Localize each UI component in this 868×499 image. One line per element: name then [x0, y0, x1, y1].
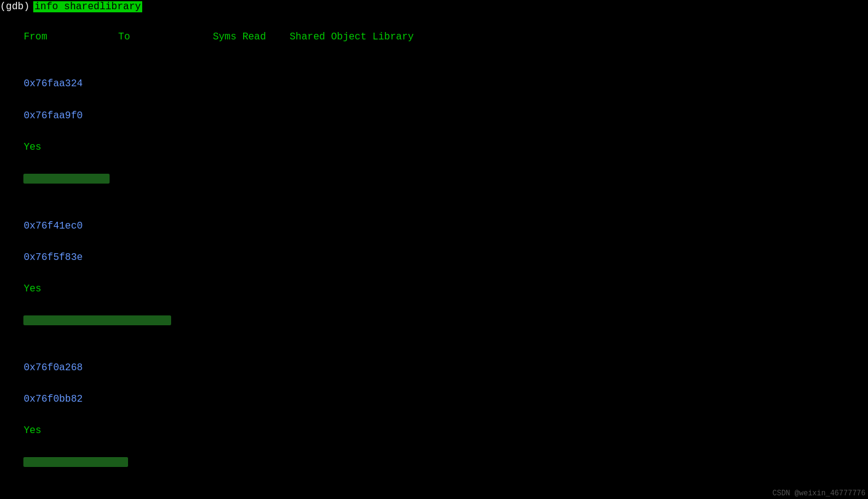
addr-from: 0x76f0a268: [23, 362, 82, 373]
addr-to: 0x76f5f83e: [23, 252, 82, 263]
addr-from: 0x76f41ec0: [23, 221, 82, 232]
syms-read: Yes: [23, 283, 41, 294]
lib-blurred: [23, 315, 171, 325]
command-text: info sharedlibrary: [33, 1, 142, 12]
command-line: (gdb) info sharedlibrary: [0, 0, 868, 14]
prompt: (gdb): [0, 1, 30, 12]
lib-blurred: [23, 457, 128, 467]
lib-blurred: [23, 174, 110, 184]
table-row: 0x76f41ec0 0x76f5f83e Yes: [0, 203, 868, 344]
table-row: 0x76eeb540 0x76ef1a14 Yes: [0, 487, 868, 499]
addr-to: 0x76faa9f0: [23, 110, 82, 121]
addr-to: 0x76f0bb82: [23, 394, 82, 405]
syms-read: Yes: [23, 425, 41, 436]
terminal: (gdb) info sharedlibrary From To Syms Re…: [0, 0, 868, 499]
watermark: CSDN @weixin_46777776: [773, 489, 866, 498]
syms-read: Yes: [23, 142, 41, 153]
table-row: 0x76f0a268 0x76f0bb82 Yes: [0, 344, 868, 486]
table-row: 0x76faa324 0x76faa9f0 Yes: [0, 61, 868, 203]
header-text: From To Syms Read Shared Object Library: [23, 31, 414, 43]
addr-from: 0x76faa324: [23, 78, 82, 89]
header-line: From To Syms Read Shared Object Library: [0, 14, 868, 61]
